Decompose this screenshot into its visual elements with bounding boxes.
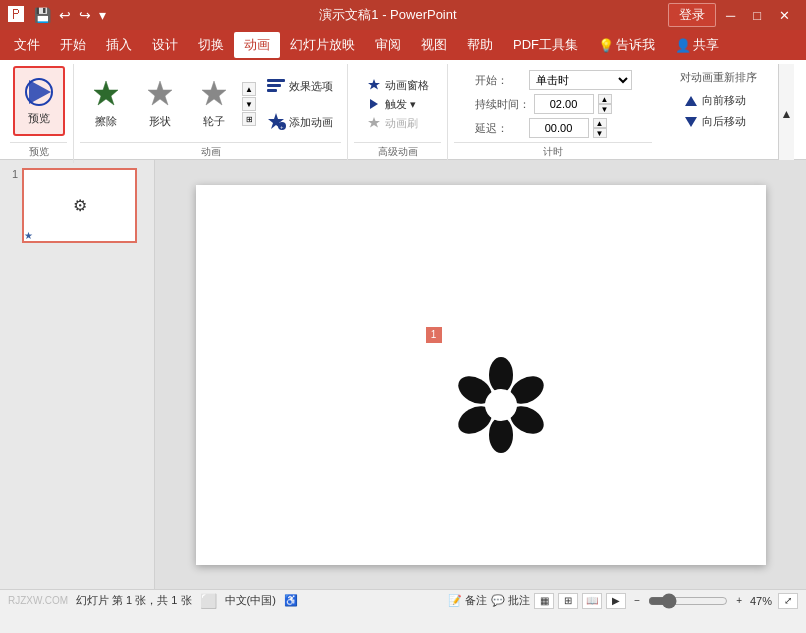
advanced-group-label: 高级动画	[354, 142, 441, 161]
menu-insert[interactable]: 插入	[96, 32, 142, 58]
menu-help[interactable]: 帮助	[457, 32, 503, 58]
svg-rect-6	[267, 84, 281, 87]
slide-sorter-btn[interactable]: ⊞	[558, 593, 578, 609]
notes-btn[interactable]: 📝 备注	[448, 593, 487, 608]
normal-view-btn[interactable]: ▦	[534, 593, 554, 609]
animation-pane-icon	[367, 78, 381, 92]
trigger-button[interactable]: 触发 ▾	[363, 96, 433, 113]
minimize-button[interactable]: ─	[718, 6, 743, 25]
fit-slide-icon[interactable]: ⬜	[200, 593, 217, 609]
comments-icon: 💬	[491, 594, 505, 607]
move-backward-button[interactable]: 向后移动	[680, 112, 757, 131]
timing-delay-row: 延迟： ▲ ▼	[475, 118, 632, 138]
preview-icon	[23, 76, 55, 108]
zoom-plus[interactable]: +	[736, 595, 742, 606]
effect-options-button[interactable]: 效果选项	[258, 70, 341, 102]
reorder-title: 对动画重新排序	[680, 70, 757, 85]
slide-gear-icon: ⚙	[73, 196, 87, 215]
move-backward-label: 向后移动	[702, 114, 746, 129]
menu-file[interactable]: 文件	[4, 32, 50, 58]
start-select[interactable]: 单击时 与上一动画同时 上一动画之后	[529, 70, 632, 90]
move-forward-button[interactable]: 向前移动	[680, 91, 757, 110]
delay-label: 延迟：	[475, 121, 525, 136]
notes-label: 备注	[465, 593, 487, 608]
ribbon-group-advanced: 动画窗格 触发 ▾ 动画刷 高级动画	[348, 64, 448, 163]
delay-up-btn[interactable]: ▲	[593, 118, 607, 128]
svg-marker-13	[368, 117, 380, 128]
preview-label: 预览	[28, 111, 50, 126]
add-animation-button[interactable]: + 添加动画	[258, 106, 341, 138]
animation-copy-button[interactable]: 动画刷	[363, 115, 433, 132]
reorder-controls: 对动画重新排序 向前移动 向后移动	[674, 66, 763, 157]
timing-duration-row: 持续时间： ▲ ▼	[475, 94, 632, 114]
ribbon-content: 预览 预览 擦除 形状	[0, 64, 806, 163]
accessibility-icon: ♿	[284, 594, 298, 607]
comments-btn[interactable]: 💬 批注	[491, 593, 530, 608]
title-bar: 🅿 💾 ↩ ↪ ▾ 演示文稿1 - PowerPoint 登录 ─ □ ✕	[0, 0, 806, 30]
slide-preview-image[interactable]: ⚙	[22, 168, 137, 243]
title-bar-left: 🅿 💾 ↩ ↪ ▾	[8, 6, 108, 24]
svg-rect-7	[267, 89, 277, 92]
timing-group-label: 计时	[454, 142, 652, 161]
save-quick-btn[interactable]: 💾	[32, 7, 53, 23]
zoom-slider[interactable]	[648, 595, 728, 607]
duration-input[interactable]	[534, 94, 594, 114]
menu-review[interactable]: 审阅	[365, 32, 411, 58]
wheel-animation-button[interactable]: 轮子	[188, 69, 240, 139]
menu-share[interactable]: 👤共享	[665, 32, 729, 58]
animation-buttons: 擦除 形状 轮子 ▲	[80, 66, 341, 142]
customize-qa-btn[interactable]: ▾	[97, 7, 108, 23]
slide-canvas[interactable]: 1	[196, 185, 766, 565]
duration-label: 持续时间：	[475, 97, 530, 112]
menu-transitions[interactable]: 切换	[188, 32, 234, 58]
duration-up-btn[interactable]: ▲	[598, 94, 612, 104]
animation-copy-label: 动画刷	[385, 116, 418, 131]
svg-marker-12	[370, 99, 378, 109]
animation-pane-button[interactable]: 动画窗格	[363, 77, 433, 94]
svg-marker-4	[202, 81, 226, 105]
view-icons: ▦ ⊞ 📖 ▶	[534, 593, 626, 609]
svg-marker-14	[685, 96, 697, 106]
login-button[interactable]: 登录	[668, 3, 716, 27]
ribbon-collapse-arrow[interactable]: ▲	[778, 64, 794, 163]
delay-down-btn[interactable]: ▼	[593, 128, 607, 138]
scroll-down-btn[interactable]: ▼	[242, 97, 256, 111]
fit-window-btn[interactable]: ⤢	[778, 593, 798, 609]
preview-group-label: 预览	[10, 142, 67, 161]
erase-animation-button[interactable]: 擦除	[80, 69, 132, 139]
menu-design[interactable]: 设计	[142, 32, 188, 58]
menu-slideshow[interactable]: 幻灯片放映	[280, 32, 365, 58]
scroll-up-btn[interactable]: ▲	[242, 82, 256, 96]
svg-rect-5	[267, 79, 285, 82]
status-left: RJZXW.COM 幻灯片 第 1 张，共 1 张 ⬜ 中文(中国) ♿	[8, 593, 298, 609]
ribbon-group-timing: 开始： 单击时 与上一动画同时 上一动画之后 持续时间： ▲ ▼	[448, 64, 658, 163]
shape-animation-button[interactable]: 形状	[134, 69, 186, 139]
powerpoint-logo: 🅿	[8, 6, 24, 24]
ribbon: 预览 预览 擦除 形状	[0, 60, 806, 160]
restore-button[interactable]: □	[745, 6, 769, 25]
svg-marker-3	[148, 81, 172, 105]
duration-down-btn[interactable]: ▼	[598, 104, 612, 114]
scroll-expand-btn[interactable]: ⊞	[242, 112, 256, 126]
redo-btn[interactable]: ↪	[77, 7, 93, 23]
menu-home[interactable]: 开始	[50, 32, 96, 58]
quick-access: 🅿 💾 ↩ ↪ ▾	[8, 6, 108, 24]
menu-pdf[interactable]: PDF工具集	[503, 32, 588, 58]
slide-number: 1	[4, 168, 18, 180]
menu-animations[interactable]: 动画	[234, 32, 280, 58]
zoom-minus[interactable]: −	[634, 595, 640, 606]
slide-thumbnail-1: 1 ⚙ ★	[4, 168, 150, 243]
menu-tell[interactable]: 💡告诉我	[588, 32, 665, 58]
delay-input[interactable]	[529, 118, 589, 138]
shape-label: 形状	[149, 114, 171, 129]
status-right: 📝 备注 💬 批注 ▦ ⊞ 📖 ▶ − + 47% ⤢	[448, 593, 798, 609]
menu-view[interactable]: 视图	[411, 32, 457, 58]
slideshow-btn[interactable]: ▶	[606, 593, 626, 609]
preview-button[interactable]: 预览	[13, 66, 65, 136]
add-animation-icon: +	[266, 112, 286, 132]
close-button[interactable]: ✕	[771, 6, 798, 25]
reading-view-btn[interactable]: 📖	[582, 593, 602, 609]
undo-btn[interactable]: ↩	[57, 7, 73, 23]
move-forward-label: 向前移动	[702, 93, 746, 108]
svg-text:+: +	[280, 124, 284, 130]
